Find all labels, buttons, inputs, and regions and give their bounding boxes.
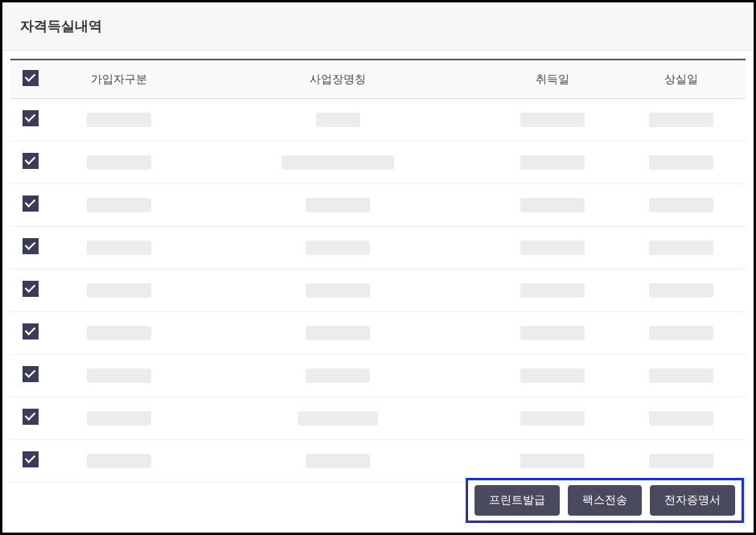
- redacted-cell: [87, 368, 151, 383]
- row-checkbox[interactable]: [23, 195, 39, 212]
- row-checkbox[interactable]: [23, 366, 39, 382]
- ecert-button[interactable]: 전자증명서: [650, 485, 735, 516]
- redacted-cell: [316, 113, 360, 127]
- redacted-cell: [306, 198, 370, 212]
- header-lost: 상실일: [617, 60, 746, 99]
- redacted-cell: [649, 198, 713, 212]
- table-row: [10, 440, 746, 483]
- redacted-cell: [306, 241, 370, 255]
- table-row: [10, 184, 746, 227]
- table-row: [10, 270, 746, 312]
- redacted-cell: [306, 283, 370, 298]
- row-checkbox[interactable]: [23, 409, 39, 425]
- redacted-cell: [306, 368, 370, 383]
- redacted-cell: [87, 326, 151, 340]
- select-all-checkbox[interactable]: [23, 70, 39, 86]
- row-checkbox[interactable]: [23, 281, 39, 297]
- redacted-cell: [649, 326, 713, 340]
- redacted-cell: [520, 454, 585, 468]
- redacted-cell: [87, 411, 151, 426]
- action-bar: 프린트발급 팩스전송 전자증명서: [466, 478, 744, 523]
- redacted-cell: [649, 241, 713, 255]
- redacted-cell: [649, 411, 713, 426]
- redacted-cell: [87, 241, 151, 255]
- redacted-cell: [520, 241, 585, 255]
- history-table: 가입자구분 사업장명칭 취득일 상실일: [10, 59, 746, 483]
- panel-title: 자격득실내역: [20, 17, 736, 35]
- redacted-cell: [649, 368, 713, 383]
- redacted-cell: [306, 326, 370, 340]
- redacted-cell: [520, 411, 585, 426]
- content-area: 가입자구분 사업장명칭 취득일 상실일: [2, 51, 754, 483]
- redacted-cell: [649, 454, 713, 468]
- table-row: [10, 355, 746, 397]
- redacted-cell: [87, 198, 151, 212]
- panel-header: 자격득실내역: [2, 2, 754, 51]
- redacted-cell: [87, 283, 151, 298]
- print-button[interactable]: 프린트발급: [475, 485, 560, 516]
- row-checkbox[interactable]: [23, 323, 39, 340]
- redacted-cell: [520, 198, 585, 212]
- table-row: [10, 397, 746, 440]
- header-acquired: 취득일: [488, 60, 617, 99]
- redacted-cell: [520, 326, 585, 340]
- table-row: [10, 99, 746, 142]
- table-row: [10, 227, 746, 270]
- redacted-cell: [520, 113, 585, 127]
- table-row: [10, 312, 746, 355]
- row-checkbox[interactable]: [23, 238, 39, 254]
- redacted-cell: [298, 411, 378, 426]
- redacted-cell: [520, 368, 585, 383]
- redacted-cell: [649, 155, 713, 170]
- redacted-cell: [87, 113, 151, 127]
- redacted-cell: [649, 113, 713, 127]
- redacted-cell: [281, 155, 394, 170]
- row-checkbox[interactable]: [23, 110, 39, 126]
- header-type: 가입자구분: [51, 60, 187, 99]
- table-row: [10, 142, 746, 184]
- redacted-cell: [306, 454, 370, 468]
- redacted-cell: [520, 155, 585, 170]
- redacted-cell: [520, 283, 585, 298]
- redacted-cell: [87, 454, 151, 468]
- row-checkbox[interactable]: [23, 451, 39, 467]
- fax-button[interactable]: 팩스전송: [568, 485, 642, 516]
- redacted-cell: [649, 283, 713, 298]
- header-name: 사업장명칭: [187, 60, 488, 99]
- redacted-cell: [87, 155, 151, 170]
- row-checkbox[interactable]: [23, 153, 39, 169]
